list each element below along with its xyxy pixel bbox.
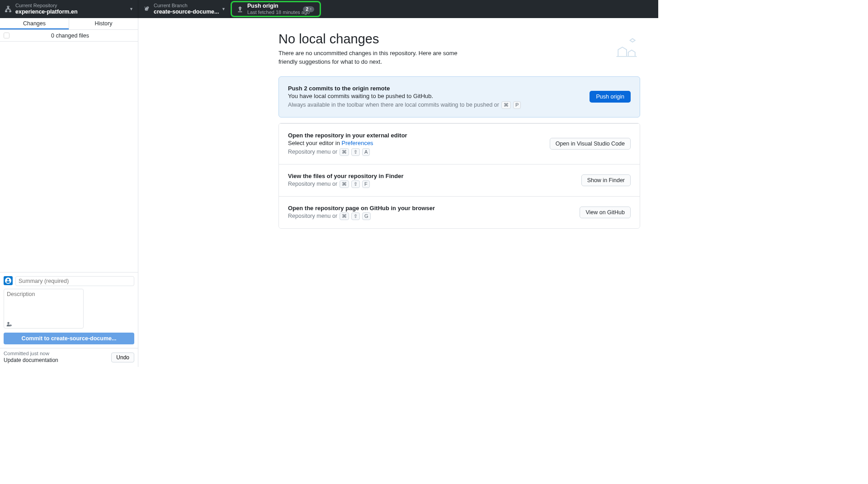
push-card-title: Push 2 commits to the origin remote [288, 85, 590, 92]
commit-button[interactable]: Commit to create-source-docume... [4, 333, 134, 344]
sidebar: Changes History 0 changed files Commi [0, 18, 138, 367]
tab-history[interactable]: History [69, 18, 138, 29]
branch-label: Current Branch [154, 3, 219, 9]
finder-card-hint: Repository menu or [288, 181, 337, 187]
toolbar: Current Repository experience-platform.e… [0, 0, 658, 18]
kbd-cmd: ⌘ [340, 148, 349, 156]
editor-card-desc-pre: Select your editor in [288, 140, 342, 146]
branch-selector[interactable]: Current Branch create-source-docume... ▼ [138, 0, 231, 18]
push-value: Last fetched 18 minutes ago [247, 9, 310, 15]
github-card-title: Open the repository page on GitHub in yo… [288, 205, 580, 211]
illustration-icon [613, 35, 640, 62]
editor-card-hint: Repository menu or [288, 149, 337, 155]
repo-label: Current Repository [15, 3, 78, 9]
repo-icon [5, 5, 12, 13]
commit-summary-input[interactable] [15, 276, 134, 286]
push-origin-toolbar[interactable]: Push origin Last fetched 18 minutes ago … [231, 1, 321, 17]
github-card-hint: Repository menu or [288, 213, 337, 219]
open-editor-card: Open the repository in your external edi… [279, 123, 640, 164]
kbd-cmd: ⌘ [340, 180, 349, 188]
commit-button-branch: create-source-docume... [51, 335, 117, 342]
repo-selector[interactable]: Current Repository experience-platform.e… [0, 0, 138, 18]
undo-time: Committed just now [4, 350, 58, 357]
push-origin-button[interactable]: Push origin [590, 91, 631, 103]
undo-message: Update documentation [4, 357, 58, 364]
branch-icon [143, 5, 150, 13]
caret-down-icon: ▼ [222, 7, 226, 11]
changed-files-count: 0 changed files [13, 30, 138, 42]
branch-value: create-source-docume... [154, 9, 219, 15]
content: No local changes There are no uncommitte… [138, 18, 658, 367]
kbd-a: A [362, 148, 370, 156]
select-all-checkbox[interactable] [4, 33, 9, 38]
undo-panel: Committed just now Update documentation … [0, 348, 138, 367]
kbd-p: P [513, 101, 521, 109]
page-title: No local changes [278, 32, 477, 47]
view-github-button[interactable]: View on GitHub [580, 207, 631, 218]
preferences-link[interactable]: Preferences [342, 140, 373, 146]
finder-card-title: View the files of your repository in Fin… [288, 173, 581, 179]
caret-down-icon: ▼ [129, 7, 133, 11]
kbd-g: G [362, 212, 371, 220]
push-badge-count: 2 [306, 7, 308, 12]
arrow-up-icon: ↑ [310, 7, 311, 11]
kbd-cmd: ⌘ [501, 101, 511, 109]
commit-button-prefix: Commit to [22, 335, 51, 342]
add-coauthor-icon[interactable] [6, 321, 12, 328]
view-github-card: Open the repository page on GitHub in yo… [279, 196, 640, 228]
push-card-hint: Always available in the toolbar when the… [288, 102, 499, 108]
editor-card-title: Open the repository in your external edi… [288, 132, 550, 139]
kbd-cmd: ⌘ [340, 212, 349, 220]
kbd-shift: ⇧ [351, 212, 360, 220]
avatar [4, 276, 13, 285]
push-card: Push 2 commits to the origin remote You … [278, 76, 640, 117]
show-finder-button[interactable]: Show in Finder [581, 174, 631, 186]
commit-panel: Commit to create-source-docume... [0, 272, 138, 348]
commit-description-input[interactable] [4, 289, 84, 329]
push-badge: 2↑ [303, 6, 314, 12]
tab-changes[interactable]: Changes [0, 18, 69, 29]
show-finder-card: View the files of your repository in Fin… [279, 164, 640, 196]
open-editor-button[interactable]: Open in Visual Studio Code [550, 138, 631, 150]
push-card-desc: You have local commits waiting to be pus… [288, 93, 590, 99]
kbd-shift: ⇧ [351, 148, 360, 156]
push-icon [236, 5, 244, 13]
undo-button[interactable]: Undo [111, 352, 134, 362]
kbd-f: F [362, 180, 370, 188]
page-subtitle: There are no uncommitted changes in this… [278, 49, 477, 66]
kbd-shift: ⇧ [351, 180, 360, 188]
repo-value: experience-platform.en [15, 9, 78, 15]
push-label: Push origin [247, 3, 310, 9]
